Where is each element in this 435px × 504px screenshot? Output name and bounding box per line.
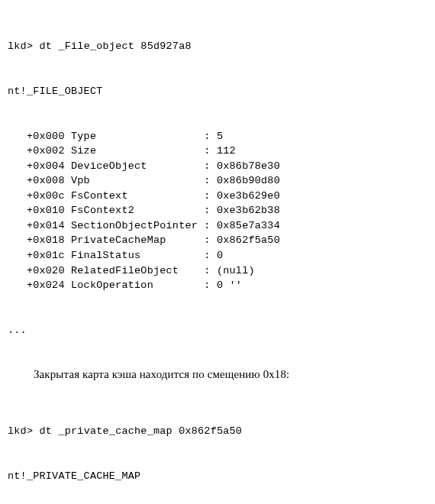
struct-header-1: nt!_FILE_OBJECT <box>8 84 427 99</box>
struct-field: +0x000 Type : 5 <box>8 129 427 144</box>
struct-header-2: nt!_PRIVATE_CACHE_MAP <box>8 469 427 484</box>
struct-field: +0x00c FsContext : 0xe3b629e0 <box>8 189 427 204</box>
struct-field: +0x024 LockOperation : 0 '' <box>8 278 427 293</box>
command-2: dt _private_cache_map 0x862f5a50 <box>40 425 243 437</box>
command-line-1: lkd> dt _File_object 85d927a8 <box>8 39 427 54</box>
struct-field: +0x018 PrivateCacheMap : 0x862f5a50 <box>8 233 427 248</box>
struct-field: +0x010 FsContext2 : 0xe3b62b38 <box>8 203 427 218</box>
command-1: dt _File_object 85d927a8 <box>40 40 192 52</box>
command-line-2: lkd> dt _private_cache_map 0x862f5a50 <box>8 424 427 439</box>
struct-field: +0x002 Size : 112 <box>8 144 427 159</box>
struct-field: +0x01c FinalStatus : 0 <box>8 248 427 263</box>
struct-field: +0x008 Vpb : 0x86b90d80 <box>8 173 427 189</box>
prose-line: Закрытая карта кэша находится по смещени… <box>34 367 427 383</box>
struct-field: +0x014 SectionObjectPointer : 0x85e7a334 <box>8 218 427 234</box>
struct-field: +0x004 DeviceObject : 0x86b78e30 <box>8 159 427 174</box>
prompt-2: lkd> <box>8 425 33 437</box>
debug-output-block-1: lkd> dt _File_object 85d927a8 nt!_FILE_O… <box>8 9 427 353</box>
prompt-1: lkd> <box>8 40 33 52</box>
debug-output-block-2: lkd> dt _private_cache_map 0x862f5a50 nt… <box>8 394 427 504</box>
struct-field: +0x020 RelatedFileObject : (null) <box>8 263 427 279</box>
ellipsis: ... <box>8 323 427 338</box>
